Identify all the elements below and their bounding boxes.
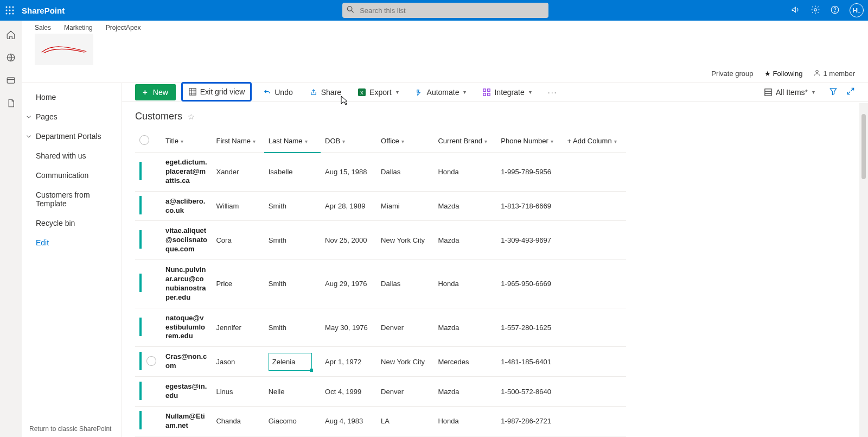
cell-brand[interactable]: Honda [433, 406, 496, 436]
site-logo[interactable] [35, 34, 93, 65]
cell-last[interactable]: Zelenia [264, 347, 321, 377]
col-brand[interactable]: Current Brand▾ [433, 129, 496, 153]
cell-phone[interactable]: 1-481-185-6401 [496, 347, 563, 377]
new-button[interactable]: New [135, 84, 176, 100]
table-row[interactable]: Nullam@Etiam.netChandaGiacomoAug 4, 1983… [135, 406, 626, 436]
cell-first[interactable]: Cora [212, 221, 264, 260]
cell-phone[interactable]: 1-987-286-2721 [496, 406, 563, 436]
table-row[interactable]: a@aclibero.co.ukWilliamSmithApr 28, 1989… [135, 191, 626, 221]
cell-dob[interactable]: Apr 1, 1972 [321, 347, 376, 377]
cell-last[interactable]: Isabelle [264, 153, 321, 192]
cell-brand[interactable]: Honda [433, 153, 496, 192]
app-launcher-icon[interactable] [4, 5, 15, 16]
cell-first[interactable]: Chanda [212, 406, 264, 436]
cell-phone[interactable]: 1-500-572-8640 [496, 377, 563, 407]
cell-office[interactable]: Denver [376, 377, 433, 407]
cell-title[interactable]: a@aclibero.co.uk [161, 191, 212, 221]
view-selector[interactable]: All Items*▾ [758, 84, 820, 100]
members-count[interactable]: 1 member [813, 69, 855, 78]
col-add[interactable]: + Add Column▾ [563, 129, 626, 153]
cell-office[interactable]: Dallas [376, 153, 433, 192]
cell-dob[interactable]: Aug 4, 1983 [321, 406, 376, 436]
settings-icon[interactable] [810, 5, 820, 16]
cell-brand[interactable]: Mazda [433, 308, 496, 347]
col-title[interactable]: Title▾ [161, 129, 212, 153]
search-input[interactable] [342, 3, 548, 18]
cell-brand[interactable]: Mazda [433, 221, 496, 260]
cell-dob[interactable]: May 30, 1976 [321, 308, 376, 347]
cell-first[interactable]: Jason [212, 347, 264, 377]
nav-shared[interactable]: Shared with us [22, 146, 122, 166]
export-button[interactable]: X Export▾ [352, 84, 404, 100]
hub-link[interactable]: Marketing [64, 24, 93, 31]
help-icon[interactable] [830, 5, 840, 16]
globe-icon[interactable] [5, 52, 16, 63]
cell-title[interactable]: eget.dictum.placerat@mattis.ca [161, 153, 212, 192]
cell-phone[interactable]: 1-309-493-9697 [496, 221, 563, 260]
select-all-toggle[interactable] [139, 135, 149, 145]
undo-button[interactable]: Undo [257, 84, 298, 100]
table-row[interactable]: natoque@vestibulumlorem.eduJenniferSmith… [135, 308, 626, 347]
cell-editing[interactable]: Zelenia [269, 353, 312, 371]
automate-button[interactable]: Automate▾ [410, 84, 472, 100]
cell-office[interactable]: Dallas [376, 260, 433, 308]
cell-title[interactable]: egestas@in.edu [161, 377, 212, 407]
cell-first[interactable]: William [212, 191, 264, 221]
cell-phone[interactable]: 1-813-718-6669 [496, 191, 563, 221]
nav-customers-template[interactable]: Customers from Template [22, 185, 122, 213]
cell-dob[interactable]: Aug 29, 1976 [321, 260, 376, 308]
scroll-thumb[interactable] [861, 114, 866, 179]
filter-icon[interactable] [829, 87, 838, 97]
cell-first[interactable]: Jennifer [212, 308, 264, 347]
overflow-button[interactable]: ··· [542, 84, 563, 100]
row-select-toggle[interactable] [146, 356, 156, 366]
cell-last[interactable]: Smith [264, 260, 321, 308]
cell-last[interactable]: Nelle [264, 377, 321, 407]
user-avatar[interactable]: HL [850, 3, 864, 17]
cell-phone[interactable]: 1-995-789-5956 [496, 153, 563, 192]
scrollbar[interactable] [859, 103, 868, 437]
share-button[interactable]: Share [304, 84, 347, 100]
cell-brand[interactable]: Mazda [433, 191, 496, 221]
megaphone-icon[interactable] [791, 5, 801, 16]
files-icon[interactable] [5, 98, 16, 109]
home-icon[interactable] [5, 29, 16, 40]
cell-phone[interactable]: 1-557-280-1625 [496, 308, 563, 347]
hub-link[interactable]: Sales [35, 24, 51, 31]
cell-brand[interactable]: Mazda [433, 377, 496, 407]
cell-office[interactable]: New York City [376, 221, 433, 260]
table-row[interactable]: Nunc.pulvinar.arcu@conubianostraper.eduP… [135, 260, 626, 308]
cell-dob[interactable]: Oct 4, 1999 [321, 377, 376, 407]
col-office[interactable]: Office▾ [376, 129, 433, 153]
nav-pages[interactable]: Pages [22, 107, 122, 126]
integrate-button[interactable]: Integrate▾ [477, 84, 537, 100]
cell-first[interactable]: Linus [212, 377, 264, 407]
cell-last[interactable]: Giacomo [264, 406, 321, 436]
cell-dob[interactable]: Nov 25, 2000 [321, 221, 376, 260]
nav-recycle-bin[interactable]: Recycle bin [22, 213, 122, 233]
col-dob[interactable]: DOB▾ [321, 129, 376, 153]
cell-dob[interactable]: Apr 28, 1989 [321, 191, 376, 221]
cell-dob[interactable]: Aug 15, 1988 [321, 153, 376, 192]
news-icon[interactable] [5, 75, 16, 86]
cell-phone[interactable]: 1-965-950-6669 [496, 260, 563, 308]
search-box[interactable] [342, 3, 548, 18]
cell-office[interactable]: New York City [376, 347, 433, 377]
cell-brand[interactable]: Mercedes [433, 347, 496, 377]
cell-brand[interactable]: Honda [433, 260, 496, 308]
favorite-star-icon[interactable]: ☆ [188, 112, 195, 121]
cell-first[interactable]: Price [212, 260, 264, 308]
cell-last[interactable]: Smith [264, 221, 321, 260]
cell-first[interactable]: Xander [212, 153, 264, 192]
cell-last[interactable]: Smith [264, 308, 321, 347]
follow-toggle[interactable]: ★ Following [764, 69, 803, 78]
hub-link[interactable]: ProjectApex [106, 24, 141, 31]
exit-grid-view-button[interactable]: Exit grid view [181, 82, 252, 102]
cell-office[interactable]: Miami [376, 191, 433, 221]
cell-title[interactable]: natoque@vestibulumlorem.edu [161, 308, 212, 347]
table-row[interactable]: egestas@in.eduLinusNelleOct 4, 1999Denve… [135, 377, 626, 407]
nav-department-portals[interactable]: Department Portals [22, 126, 122, 146]
return-classic-link[interactable]: Return to classic SharePoint [29, 425, 111, 433]
col-phone[interactable]: Phone Number▾ [496, 129, 563, 153]
cell-office[interactable]: Denver [376, 308, 433, 347]
